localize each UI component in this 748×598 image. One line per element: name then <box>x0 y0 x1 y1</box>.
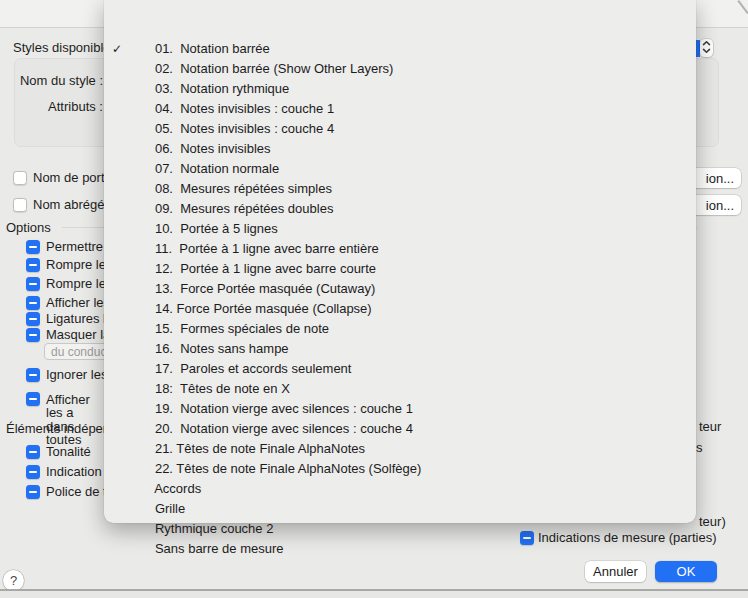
menu-item[interactable]: ✓ 07. Notation normale <box>104 119 696 139</box>
menu-item[interactable]: ✓ 12. Portée à 1 ligne avec barre courte <box>104 219 696 239</box>
menu-item[interactable]: ✓ 06. Notes invisibles <box>104 99 696 119</box>
indications-parties-row[interactable]: Indications de mesure (parties) <box>520 530 716 545</box>
staff-styles-dialog: Styles disponibles Nom du style : Attrib… <box>0 0 748 598</box>
help-button-label: ? <box>10 573 17 588</box>
menu-item[interactable]: ✓ 16. Notes sans hampe <box>104 299 696 319</box>
menu-item[interactable]: ✓ 08. Mesures répétées simples <box>104 139 696 159</box>
cancel-button[interactable]: Annuler <box>585 561 646 582</box>
menu-item[interactable]: ✓ 03. Notation rythmique <box>104 39 696 59</box>
menu-item[interactable]: ✓ 09. Mesures répétées doubles <box>104 159 696 179</box>
menu-item-label: Rythmique couche 2 <box>155 521 274 536</box>
menu-item[interactable]: ✓ 22. Têtes de note Finale AlphaNotes (S… <box>104 419 696 439</box>
ok-button[interactable]: OK <box>655 561 717 582</box>
independent-key-label: Tonalité <box>46 444 91 459</box>
menu-item[interactable]: ✓ 21. Têtes de note Finale AlphaNotes <box>104 399 696 419</box>
option-allow-checkbox[interactable] <box>26 240 40 254</box>
right-label-fragment-2: s <box>696 440 703 455</box>
option-ignore-row[interactable]: Ignorer les t <box>26 367 115 382</box>
position-button-label: ion... <box>706 171 734 186</box>
independent-font-checkbox[interactable] <box>26 485 40 499</box>
menu-item[interactable]: ✓ 17. Paroles et accords seulement <box>104 319 696 339</box>
ok-button-label: OK <box>677 564 696 579</box>
option-display-label-line1: Afficher les a <box>46 393 90 420</box>
right-label-fragment-1: teur <box>699 419 721 434</box>
menu-item[interactable]: ✓ Rythmique couche 2 <box>104 479 696 499</box>
menu-item[interactable]: ✓ 10. Portée à 5 lignes <box>104 179 696 199</box>
option-beams-checkbox[interactable] <box>26 312 40 326</box>
menu-item[interactable]: ✓ 14. Force Portée masquée (Collapse) <box>104 259 696 279</box>
staff-name-checkbox[interactable] <box>13 171 27 185</box>
menu-item[interactable]: ✓ 02. Notation barrée (Show Other Layers… <box>104 19 696 39</box>
menu-item[interactable]: ✓ 05. Notes invisibles : couche 4 <box>104 79 696 99</box>
option-break1-checkbox[interactable] <box>26 258 40 272</box>
option-break2-checkbox[interactable] <box>26 277 40 291</box>
menu-item[interactable]: ✓ 20. Notation vierge avec silences : co… <box>104 379 696 399</box>
help-button[interactable]: ? <box>3 570 24 591</box>
menu-item[interactable]: ✓ 01. Notation barrée <box>104 0 696 19</box>
abbrev-name-label: Nom abrégé : <box>33 197 112 212</box>
abbrev-name-checkbox-row[interactable]: Nom abrégé : <box>13 197 112 212</box>
option-hide-checkbox[interactable] <box>26 328 40 342</box>
indications-parties-label: Indications de mesure (parties) <box>538 530 716 545</box>
cancel-button-label: Annuler <box>593 564 638 579</box>
indications-conductor-label-fragment: teur) <box>699 514 726 529</box>
option-ignore-checkbox[interactable] <box>26 368 40 382</box>
menu-item[interactable]: ✓ Sans barre de mesure <box>104 499 696 519</box>
menu-item[interactable]: ✓ Accords <box>104 439 696 459</box>
menu-item[interactable]: ✓ 18: Têtes de note en X <box>104 339 696 359</box>
styles-dropdown-menu: ✓ 01. Notation barrée ✓ 02. Notation bar… <box>104 0 696 523</box>
independent-elements-section-label: Éléments indépen <box>6 421 110 436</box>
independent-time-checkbox[interactable] <box>26 465 40 479</box>
independent-key-checkbox[interactable] <box>26 445 40 459</box>
attributes-label: Attributs : <box>0 99 103 114</box>
conductor-text-field[interactable]: du conduct <box>44 343 110 360</box>
menu-item[interactable]: ✓ 19. Notation vierge avec silences : co… <box>104 359 696 379</box>
options-section-label: Options <box>6 220 51 235</box>
abbrev-name-checkbox[interactable] <box>13 198 27 212</box>
menu-item[interactable]: ✓ 13. Force Portée masquée (Cutaway) <box>104 239 696 259</box>
area-below-window <box>0 591 748 598</box>
menu-item[interactable]: ✓ 15. Formes spéciales de note <box>104 279 696 299</box>
independent-key-row[interactable]: Tonalité <box>26 444 91 459</box>
indications-parties-checkbox[interactable] <box>520 531 534 545</box>
menu-item[interactable]: ✓ Grille <box>104 459 696 479</box>
menu-item-label: Sans barre de mesure <box>155 541 284 556</box>
option-show-checkbox[interactable] <box>26 296 40 310</box>
menu-item[interactable]: ✓ 04. Notes invisibles : couche 1 <box>104 59 696 79</box>
available-styles-label: Styles disponibles <box>13 40 117 55</box>
option-display-checkbox[interactable] <box>26 392 40 406</box>
styles-popup-stepper[interactable] <box>700 39 713 57</box>
position-button-label: ion... <box>706 198 734 213</box>
menu-item[interactable]: ✓ 11. Portée à 1 ligne avec barre entièr… <box>104 199 696 219</box>
style-name-label: Nom du style : <box>0 73 103 88</box>
up-down-chevrons-icon <box>702 40 711 57</box>
checkmark-icon: ✓ <box>109 39 125 59</box>
